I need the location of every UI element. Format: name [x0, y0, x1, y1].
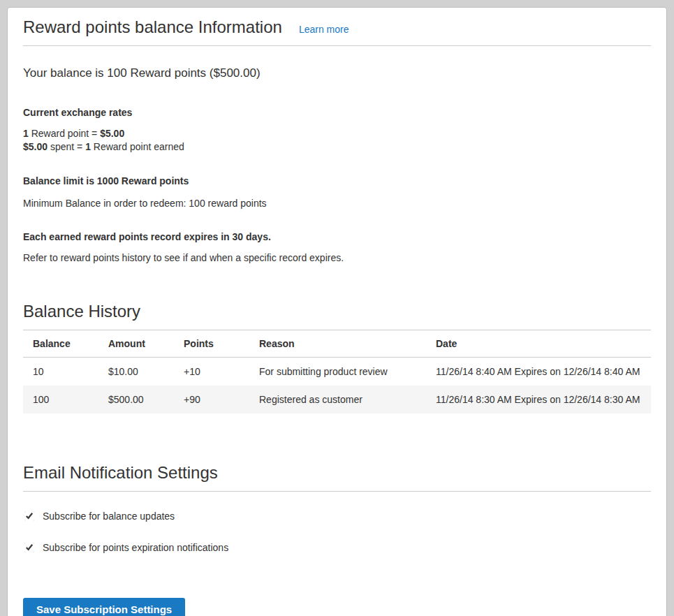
- email-settings-divider: [23, 491, 651, 492]
- expiry-heading: Each earned reward points record expires…: [23, 231, 651, 242]
- rate2-money: $5.00: [23, 141, 47, 152]
- email-settings-title: Email Notification Settings: [23, 462, 651, 483]
- balance-history-title: Balance History: [23, 301, 651, 322]
- exchange-rates: 1 Reward point = $5.00 $5.00 spent = 1 R…: [23, 127, 651, 154]
- column-header-reason: Reason: [249, 330, 426, 358]
- balance-updates-checkbox[interactable]: [24, 511, 34, 521]
- cell-amount: $10.00: [98, 358, 174, 386]
- expiry-note: Refer to reward points history to see if…: [23, 252, 651, 263]
- min-balance-text: Minimum Balance in order to redeem: 100 …: [23, 198, 651, 209]
- rate1-points: 1: [23, 128, 29, 139]
- learn-more-link[interactable]: Learn more: [299, 24, 349, 35]
- title-divider: [23, 45, 651, 46]
- cell-date: 11/26/14 8:30 AM Expires on 12/26/14 8:3…: [426, 386, 651, 413]
- cell-points: +90: [174, 386, 249, 413]
- balance-updates-label: Subscribe for balance updates: [43, 511, 175, 522]
- table-header-row: Balance Amount Points Reason Date: [23, 330, 651, 358]
- save-subscription-button[interactable]: Save Subscription Settings: [23, 598, 185, 616]
- checkbox-row-expiration-notifications[interactable]: Subscribe for points expiration notifica…: [24, 542, 651, 553]
- rate1-money: $5.00: [100, 128, 124, 139]
- table-row: 10 $10.00 +10 For submitting product rev…: [23, 358, 651, 386]
- cell-amount: $500.00: [98, 386, 174, 413]
- balance-history-table: Balance Amount Points Reason Date 10 $10…: [23, 330, 651, 413]
- rate1-line: 1 Reward point = $5.00: [23, 128, 124, 139]
- rate2-points: 1: [85, 141, 91, 152]
- expiration-notifications-label: Subscribe for points expiration notifica…: [43, 542, 228, 553]
- cell-reason: For submitting product review: [249, 358, 426, 386]
- column-header-points: Points: [174, 330, 249, 358]
- exchange-rates-heading: Current exchange rates: [23, 107, 651, 118]
- balance-limit-text: Balance limit is 1000 Reward points: [23, 175, 651, 186]
- rate2-tail: Reward point earned: [91, 141, 184, 152]
- cell-points: +10: [174, 358, 249, 386]
- rate1-middle: Reward point =: [29, 128, 100, 139]
- column-header-balance: Balance: [23, 330, 98, 358]
- page-header: Reward points balance Information Learn …: [23, 17, 651, 38]
- table-row: 100 $500.00 +90 Registered as customer 1…: [23, 386, 651, 413]
- expiration-notifications-checkbox[interactable]: [24, 543, 34, 552]
- cell-reason: Registered as customer: [249, 386, 426, 413]
- cell-balance: 10: [23, 358, 98, 386]
- column-header-date: Date: [426, 330, 651, 358]
- rate2-middle: spent =: [47, 141, 85, 152]
- balance-summary: Your balance is 100 Reward points ($500.…: [23, 66, 651, 80]
- rate2-line: $5.00 spent = 1 Reward point earned: [23, 141, 184, 152]
- reward-info-card: Reward points balance Information Learn …: [7, 7, 667, 616]
- page-title: Reward points balance Information: [23, 17, 282, 38]
- checkbox-row-balance-updates[interactable]: Subscribe for balance updates: [24, 511, 651, 522]
- cell-balance: 100: [23, 386, 98, 413]
- cell-date: 11/26/14 8:40 AM Expires on 12/26/14 8:4…: [426, 358, 651, 386]
- column-header-amount: Amount: [98, 330, 174, 358]
